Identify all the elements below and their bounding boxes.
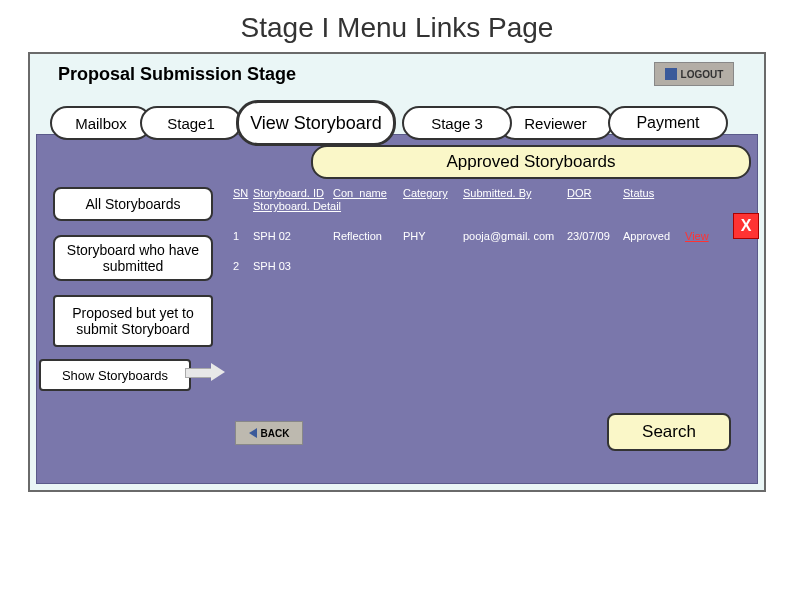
cell-status: Approved [623,230,685,242]
view-link[interactable]: View [685,230,727,242]
tab-mailbox[interactable]: Mailbox [50,106,152,140]
cell-sid: SPH 02 [253,230,333,242]
sidebar-proposed[interactable]: Proposed but yet to submit Storyboard [53,295,213,347]
col-category: Category [403,185,463,201]
sidebar-submitted[interactable]: Storyboard who have submitted [53,235,213,281]
tab-payment[interactable]: Payment [608,106,728,140]
content-panel: Approved Storyboards All Storyboards Sto… [36,134,758,484]
cell-sn: 1 [233,230,253,242]
table-row: 2 SPH 03 [233,260,753,272]
main-frame: Proposal Submission Stage LOGOUT Mailbox… [28,52,766,492]
table-row: 1 SPH 02 Reflection PHY pooja@gmail. com… [233,230,753,242]
col-sn: SN [233,185,253,201]
logout-icon [665,68,677,80]
back-label: BACK [261,428,290,439]
cell-con: Reflection [333,230,403,242]
col-storyboard-detail: Storyboard. Detail [253,200,753,212]
section-header: Approved Storyboards [311,145,751,179]
page-title: Stage I Menu Links Page [0,0,794,52]
tab-view-storyboard[interactable]: View Storyboard [236,100,396,146]
sidebar-all-storyboards[interactable]: All Storyboards [53,187,213,221]
col-status: Status [623,185,685,201]
col-dor: DOR [567,185,623,201]
storyboard-table: SN Storyboard. ID Con_name Category Subm… [233,185,753,272]
table-header-row: SN Storyboard. ID Con_name Category Subm… [233,185,753,201]
logout-label: LOGOUT [681,69,724,80]
close-button[interactable]: X [733,213,759,239]
tab-reviewer[interactable]: Reviewer [498,106,613,140]
cell-cat: PHY [403,230,463,242]
tab-row: Mailbox Stage1 View Storyboard Stage 3 R… [50,102,744,146]
back-button[interactable]: BACK [235,421,303,445]
cell-sn: 2 [233,260,253,272]
arrow-icon [185,363,225,381]
tab-stage3[interactable]: Stage 3 [402,106,512,140]
logout-button[interactable]: LOGOUT [654,62,734,86]
search-button[interactable]: Search [607,413,731,451]
col-storyboard-id: Storyboard. ID [253,185,333,201]
back-arrow-icon [249,428,257,438]
col-con-name: Con_name [333,185,403,201]
col-submitted-by: Submitted. By [463,185,567,201]
cell-sub: pooja@gmail. com [463,230,567,242]
cell-dor: 23/07/09 [567,230,623,242]
tab-stage1[interactable]: Stage1 [140,106,242,140]
cell-sid: SPH 03 [253,260,333,272]
show-storyboards-button[interactable]: Show Storyboards [39,359,191,391]
